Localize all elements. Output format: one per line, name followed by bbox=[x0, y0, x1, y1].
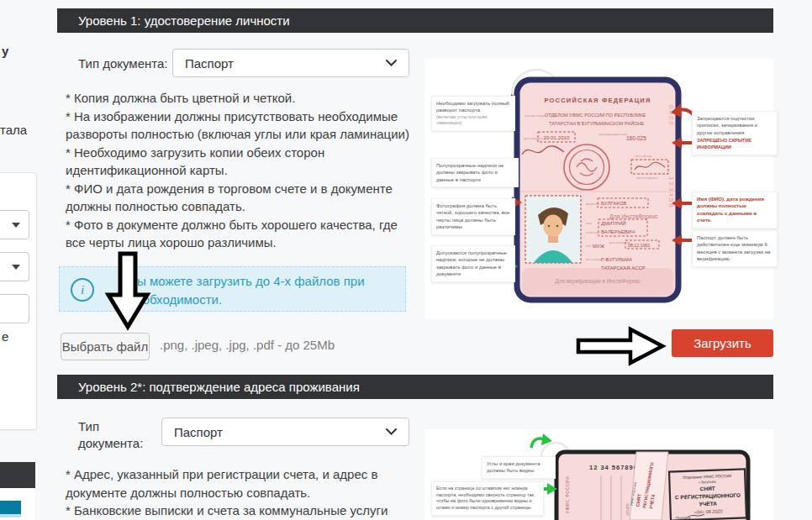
passport-personal-code-label: личный код bbox=[635, 155, 652, 158]
side-number: 123-456 bbox=[625, 503, 630, 516]
annotation-arrow-down bbox=[101, 250, 160, 331]
sidebar-cut-teal-bar[interactable] bbox=[0, 501, 21, 514]
doc-type-select-1[interactable]: Паспорт bbox=[172, 49, 409, 77]
sidebar-cut-dark-bar bbox=[0, 462, 35, 488]
section1-title: Уровень 1: удостоверение личности bbox=[57, 13, 290, 28]
callout-translucent-marks: Полупрозрачные надписи не должны закрыва… bbox=[431, 158, 519, 187]
field-name-label: имя bbox=[586, 222, 592, 225]
doc-type-label-2-line1: Тип bbox=[78, 419, 99, 433]
sidebar-cut-label-e: е bbox=[2, 329, 8, 344]
doc-type-select-2[interactable]: Паспорт bbox=[161, 418, 409, 446]
sidebar-cut-select-1[interactable] bbox=[0, 210, 29, 239]
passport-issued-by-1: ОТДЕЛОМ УФМС РОССИИ ПО РЕСПУБЛИКЕ bbox=[545, 113, 646, 118]
passport-footer-text: Для верификации в ИнстаФорекс bbox=[555, 278, 641, 285]
field-sex: МУЖ bbox=[593, 244, 605, 249]
stamp-line-3: УЧЕТА bbox=[699, 501, 718, 507]
requirements-text-2: * Адрес, указанный при регистрации счета… bbox=[66, 465, 415, 520]
upload-button-label: Загрузить bbox=[693, 336, 751, 350]
file-format-hint: .png, .jpeg, .jpg, .pdf - до 25Mb bbox=[160, 338, 335, 352]
requirements-text-1: * Копия должна быть цветной и четкой. * … bbox=[66, 89, 415, 252]
callout-edges-visible: Углы и края документа должны быть видны bbox=[482, 456, 556, 479]
field-patronymic: ВАЛЕРЬЕВИЧ bbox=[601, 229, 635, 234]
sidebar-cut-input[interactable] bbox=[0, 294, 29, 323]
section1-header: Уровень 1: удостоверение личности bbox=[57, 8, 773, 33]
field-birth-date: 08.12.1991 bbox=[628, 243, 651, 248]
callout-allowed-marks: Допускаются полупрозрачные надписи, кото… bbox=[431, 245, 515, 282]
callout-photo-quality: Фотография должна быть четкой, хорошего … bbox=[431, 198, 515, 235]
field-birthplace-1: Г. БУГУЛЬМА bbox=[601, 257, 632, 262]
doc-type-value-2: Паспорт bbox=[174, 425, 386, 439]
callout-name-match: Имя (ФИО), дата рождения должны полность… bbox=[692, 192, 778, 228]
passport-personal-sign-label: личная подпись bbox=[636, 176, 658, 180]
field-name: ДМИТРИЙ bbox=[601, 220, 626, 226]
callout-text: Запрещаются подчистки, приписки, зачерки… bbox=[697, 116, 757, 135]
sidebar-cut-select-2[interactable] bbox=[0, 252, 29, 281]
field-surname: БУЛГАКОВ bbox=[601, 201, 626, 206]
side-rotated-office: УФМС РОССИИ bbox=[566, 475, 570, 513]
info-icon: i bbox=[71, 278, 94, 302]
stamp-office-2: г. Бугульма bbox=[699, 480, 716, 485]
avatar-neck bbox=[548, 236, 558, 243]
stamp-line-1: СНЯТ bbox=[700, 486, 715, 492]
passport-date-label: дата выдачи bbox=[524, 137, 542, 140]
choose-file-label: Выбрать файл bbox=[62, 339, 148, 354]
avatar-face bbox=[544, 215, 563, 238]
section2-header: Уровень 2*: подтверждение адреса прожива… bbox=[57, 375, 773, 399]
passport-number: 12 34 567890 bbox=[589, 464, 638, 471]
doc-type-label-1: Тип документа: bbox=[78, 56, 167, 71]
upload-button[interactable]: Загрузить bbox=[672, 329, 773, 357]
field-patronymic-label: отчество bbox=[586, 231, 599, 234]
chevron-down-icon bbox=[12, 223, 20, 228]
passport-code-value: 160-025 bbox=[626, 135, 646, 141]
callout-fold-page: Если на странице со штампом нет номера п… bbox=[431, 481, 544, 516]
passport-date-value: 20.01.2010 bbox=[544, 134, 571, 140]
passport-sample-panel: РОССИЙСКАЯ ФЕДЕРАЦИЯ паспорт выдан ОТДЕЛ… bbox=[424, 59, 773, 319]
field-birth-label: дата рождения bbox=[609, 241, 630, 244]
field-birthplace-2: ТАТАРСКАЯ АССР bbox=[601, 265, 646, 271]
sidebar-cut-label-top: у bbox=[2, 44, 8, 58]
doc-type-label-2-line2: документа: bbox=[78, 436, 143, 450]
avatar-eye bbox=[548, 225, 551, 228]
callout-subtext: (включая углы или края ламинации) bbox=[436, 114, 510, 127]
field-sex-label: пол bbox=[586, 244, 591, 248]
stamp-date: «04» 08 2020 bbox=[694, 508, 724, 514]
callout-warning: ЗАПРЕЩЕНО СКРЫТИЕ ИНФОРМАЦИИ bbox=[697, 138, 772, 150]
callout-validity: Паспорт должен быть действителен еще мин… bbox=[692, 230, 778, 267]
callout-no-corrections: Запрещаются подчистки, приписки, зачерки… bbox=[692, 111, 778, 155]
chevron-down-icon bbox=[386, 428, 397, 435]
section2-title: Уровень 2*: подтверждение адреса прожива… bbox=[57, 380, 360, 394]
info-note-text: Вы можете загрузить до 4-х файлов при не… bbox=[129, 272, 406, 309]
address-sample-panel: 12 34 567890 УФМС РОССИИ 123-456 УФМС РО… bbox=[424, 429, 773, 520]
chevron-down-icon bbox=[12, 265, 20, 270]
verification-page: у тала е Уровень 1: удостоверение личнос… bbox=[0, 0, 812, 520]
sidebar-cut-label-mid: тала bbox=[0, 123, 27, 137]
passport-code-label: код подразделения bbox=[598, 133, 627, 136]
passport-issued-by-2: ТАТАРСТАН В БУГУЛЬМИНСКОМ РАЙОНЕ bbox=[549, 120, 645, 126]
passport-country: РОССИЙСКАЯ ФЕДЕРАЦИЯ bbox=[544, 97, 651, 104]
callout-text: Необходимо загружать полный разворот пас… bbox=[436, 101, 509, 113]
doc-type-value-1: Паспорт bbox=[185, 56, 386, 71]
annotation-arrow-right bbox=[577, 326, 666, 366]
chevron-down-icon bbox=[386, 60, 397, 66]
callout-full-spread: Необходимо загружать полный разворот пас… bbox=[431, 96, 515, 131]
passport-issued-label: паспорт выдан bbox=[525, 114, 546, 118]
passport-serial-1: 0000 bbox=[667, 105, 675, 127]
avatar-eye bbox=[556, 225, 559, 228]
sidebar-cut-teal-underline bbox=[0, 514, 21, 517]
choose-file-button[interactable]: Выбрать файл bbox=[61, 333, 150, 360]
